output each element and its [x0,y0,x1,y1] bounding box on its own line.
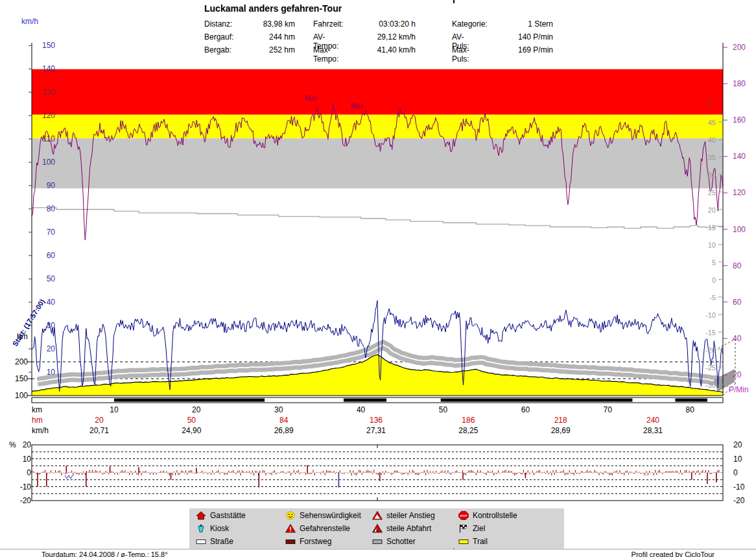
legend-item-label: Kiosk [210,524,229,533]
surface-bar-segment [344,399,386,402]
legend-item-label: Schotter [386,537,416,546]
stat-value: 244 hm [217,32,295,41]
page-title: Luckamal anders gefahren-Tour [204,3,342,14]
legend-item-label: Gefahrenstelle [300,524,350,533]
svg-text:STOP: STOP [460,514,467,517]
legend-item-label: Ziel [473,524,485,533]
steep-descent-icon [372,524,383,533]
trail-icon [458,537,469,546]
stat-value: 29,12 km/h [338,32,416,41]
temperature-line [32,207,723,228]
legend-item-label: Kontrollstelle [473,511,517,520]
stat-value: 140 P/min [475,32,553,41]
stat-label: Max-Puls: [452,45,469,64]
stat-value: 1 Stern [475,19,553,29]
stat-value: 83,98 km [217,19,295,29]
legend-item-label: Forstweg [300,537,331,546]
legend-item-label: Straße [210,537,233,546]
stat-value: 252 hm [217,45,295,54]
checkpoint-icon: STOP [458,511,469,520]
pulse-zone-hard [32,69,723,115]
stat-label: Max-Tempo: [313,45,338,64]
surface-bar-segment [675,399,707,402]
footer-credit: Profil created by CicloTour [585,551,715,557]
gradient-bars [32,470,722,476]
tour-profile-chart [0,0,756,557]
danger-icon [285,524,296,533]
legend-item-label: Sehenswürdigkeit [300,511,361,520]
steep-climb-icon [372,511,383,520]
kiosk-icon [196,524,206,533]
legend-item-label: Trail [473,537,488,546]
stat-value: 41,40 km/h [338,45,416,54]
sight-icon [285,511,296,520]
gravel-icon [372,537,383,546]
legend-item-label: steiler Anstieg [386,511,435,520]
page-center-mark [453,0,455,3]
legend-item-label: steile Abfahrt [386,524,431,533]
gradient-marker [65,475,73,479]
stat-value: 03:03:20 h [338,19,416,29]
legend-item-label: Gaststätte [210,511,246,520]
surface-bar-segment [114,399,265,402]
restaurant-icon [196,511,206,520]
road-icon [196,537,206,546]
pulse-zone-target [32,115,723,139]
finish-icon [458,524,469,533]
forest-road-icon [285,537,296,546]
stat-value: 169 P/min [475,45,553,54]
surface-bar-segment [441,399,633,402]
legend-panel: GaststätteKioskStraßeSehenswürdigkeitGef… [189,508,564,549]
footer-tour-date: Tourdatum: 24.04.2008 / ø-Temp.: 15,8° [41,551,168,557]
